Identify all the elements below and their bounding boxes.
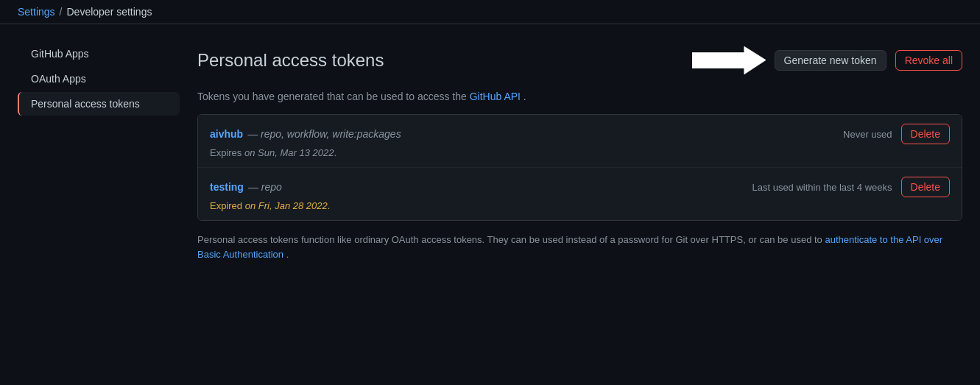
expiry-prefix: Expired (210, 200, 245, 211)
expiry-prefix: Expires (210, 147, 244, 158)
token-row-actions: Last used within the last 4 weeks Delete (752, 177, 950, 197)
tokens-container: aivhub — repo, workflow, write:packages … (197, 114, 962, 221)
token-row-actions: Never used Delete (843, 124, 950, 144)
token-name-line: aivhub — repo, workflow, write:packages (210, 128, 401, 140)
settings-link[interactable]: Settings (18, 6, 55, 18)
token-expiry: Expires on Sun, Mar 13 2022. (210, 147, 950, 158)
arrow-indicator (692, 42, 766, 79)
token-expiry-line: Expires on Sun, Mar 13 2022. (210, 147, 950, 158)
sidebar-item-github-apps[interactable]: GitHub Apps (18, 42, 180, 66)
token-scopes: repo, workflow, write:packages (261, 128, 401, 140)
token-dash-scopes: — repo, workflow, write:packages (247, 128, 401, 140)
token-expiry-expired: Expired on Fri, Jan 28 2022. (210, 200, 950, 211)
main-layout: GitHub Apps OAuth Apps Personal access t… (0, 24, 980, 279)
description-text: Tokens you have generated that can be us… (197, 91, 962, 102)
sidebar-item-oauth-apps[interactable]: OAuth Apps (18, 67, 180, 91)
footer-text: Personal access tokens function like ord… (197, 233, 962, 261)
token-status: Never used (843, 129, 892, 140)
token-name-line: testing — repo (210, 181, 282, 193)
expiry-date: on Sun, Mar 13 2022 (244, 147, 334, 158)
sidebar-item-label: OAuth Apps (31, 73, 86, 85)
delete-token-button[interactable]: Delete (901, 124, 950, 144)
arrow-icon (692, 42, 766, 79)
table-row: testing — repo Last used within the last… (198, 168, 962, 220)
sidebar: GitHub Apps OAuth Apps Personal access t… (18, 42, 180, 261)
breadcrumb-separator: / (60, 6, 63, 18)
sidebar-item-label: Personal access tokens (31, 98, 140, 110)
token-dash-scopes: — repo (248, 181, 282, 193)
expiry-suffix: . (334, 147, 336, 158)
sidebar-item-label: GitHub Apps (31, 48, 89, 60)
token-dash: — (247, 128, 261, 140)
svg-marker-0 (692, 46, 766, 74)
main-content: Personal access tokens Generate new toke… (197, 42, 962, 261)
sidebar-item-personal-access-tokens[interactable]: Personal access tokens (18, 92, 180, 116)
description-suffix: . (524, 91, 526, 102)
expiry-suffix: . (328, 200, 331, 211)
breadcrumb-current: Developer settings (66, 6, 152, 18)
expiry-date: on Fri, Jan 28 2022 (245, 200, 328, 211)
breadcrumb: Settings / Developer settings (18, 6, 962, 18)
generate-new-token-button[interactable]: Generate new token (775, 50, 886, 71)
header-actions: Generate new token Revoke all (692, 42, 962, 79)
token-scopes: repo (261, 181, 282, 193)
footer-text-2: . (286, 249, 289, 260)
token-row-header: aivhub — repo, workflow, write:packages … (210, 124, 950, 144)
token-expiry-line: Expired on Fri, Jan 28 2022. (210, 200, 950, 211)
footer-text-1: Personal access tokens function like ord… (197, 234, 825, 245)
token-status: Last used within the last 4 weeks (752, 182, 892, 193)
token-row-header: testing — repo Last used within the last… (210, 177, 950, 197)
content-header: Personal access tokens Generate new toke… (197, 42, 962, 79)
token-name-link[interactable]: testing (210, 181, 244, 193)
delete-token-button[interactable]: Delete (901, 177, 950, 197)
top-bar: Settings / Developer settings (0, 0, 980, 24)
token-dash: — (248, 181, 261, 193)
revoke-all-button[interactable]: Revoke all (895, 50, 962, 71)
table-row: aivhub — repo, workflow, write:packages … (198, 115, 962, 168)
github-api-link[interactable]: GitHub API (470, 91, 521, 102)
description-prefix: Tokens you have generated that can be us… (197, 91, 470, 102)
page-title: Personal access tokens (197, 50, 384, 71)
token-name-link[interactable]: aivhub (210, 128, 243, 140)
